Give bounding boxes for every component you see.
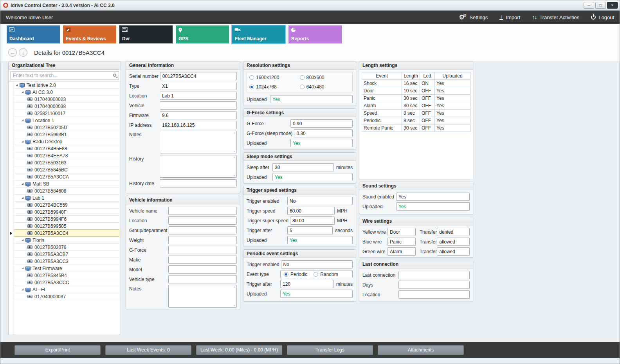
tree-device-00127b5a3cb7[interactable]: 00127B5A3CB7 — [14, 250, 119, 258]
tree-device-00127b584608[interactable]: 00127B584608 — [14, 187, 119, 195]
expand-arrow-icon[interactable] — [22, 183, 23, 185]
ip-address-input[interactable] — [160, 121, 237, 129]
tree-group-radu-desktop[interactable]: Radu Desktop — [14, 138, 119, 145]
uploaded-input[interactable] — [396, 202, 470, 211]
length-table-row[interactable]: Speed8 secOFFYes — [362, 110, 470, 117]
tree-device-017040000038[interactable]: 017040000038 — [14, 103, 119, 110]
tree-device-00127b5994f6[interactable]: 00127B5994F6 — [14, 215, 119, 223]
tab-reports[interactable]: Reports — [288, 25, 342, 43]
length-table-row[interactable]: Periodic8 secOFFYes — [362, 117, 470, 124]
sleep-after-input[interactable] — [272, 163, 334, 171]
tree-search-input[interactable] — [10, 71, 119, 80]
blue-wire-transfer-input[interactable] — [437, 238, 470, 246]
make-input[interactable] — [168, 256, 237, 264]
tree-group-ai-cc-3-0[interactable]: AI CC 3.0 — [14, 88, 119, 96]
trigger-after-input[interactable] — [287, 226, 333, 234]
history-textarea[interactable] — [160, 155, 237, 178]
uploaded-input[interactable] — [272, 173, 353, 181]
firmware-input[interactable] — [160, 111, 237, 119]
close-button[interactable]: × — [607, 2, 618, 9]
trigger-enabled-input[interactable] — [287, 197, 353, 205]
back-button[interactable]: ← — [8, 48, 17, 57]
type-input[interactable] — [160, 82, 237, 90]
uploaded-input[interactable] — [290, 139, 353, 147]
transfer-activities-button[interactable]: ↑↓Transfer Activities — [532, 14, 579, 20]
tab-gps[interactable]: GPS — [176, 25, 229, 43]
tree-device-00127b5845bc[interactable]: 00127B5845BC — [14, 166, 119, 173]
tree-group-test-idrive-2-0[interactable]: Test Idrive 2.0 — [14, 82, 119, 89]
history-date-input[interactable] — [160, 179, 237, 187]
length-table-row[interactable]: Alarm30 secOFFYes — [362, 102, 470, 110]
tree-device-00127b5a3ccc[interactable]: 00127B5A3CCC — [14, 279, 119, 286]
settings-button[interactable]: ⚙⚙Settings — [459, 14, 488, 21]
uploaded-input[interactable] — [280, 290, 353, 298]
group-department-input[interactable] — [169, 226, 237, 234]
model-input[interactable] — [168, 265, 237, 274]
tree-device-017040000037[interactable]: 017040000037 — [14, 293, 119, 300]
logout-button[interactable]: Logout — [591, 14, 614, 20]
resolution-option-1024x768[interactable]: 1024x768 — [249, 84, 294, 90]
scroll-down-button[interactable]: ↓ — [19, 48, 27, 57]
uploaded-input[interactable] — [287, 236, 353, 244]
tree-device-00127b5993b1[interactable]: 00127B5993B1 — [14, 131, 119, 138]
tree-device-00127b4b5f88[interactable]: 00127B4B5F88 — [14, 145, 119, 152]
random-radio-option[interactable]: Random — [314, 272, 338, 277]
periodic-radio-option[interactable]: Periodic — [284, 272, 307, 277]
import-button[interactable]: ↓Import — [499, 14, 520, 20]
tab-dvr[interactable]: Dvr — [119, 25, 173, 43]
tree-group-ai-fl[interactable]: AI - FL — [14, 286, 119, 293]
location-input[interactable] — [160, 92, 237, 100]
g-force-input[interactable] — [290, 119, 353, 128]
expand-arrow-icon[interactable] — [22, 288, 23, 290]
location-input[interactable] — [398, 290, 470, 299]
tree-device-00127b4bc559[interactable]: 00127B4BC559 — [14, 201, 119, 209]
vehicle-input[interactable] — [160, 101, 237, 110]
attachments-button[interactable]: Attachments — [378, 345, 464, 355]
tree-group-test-firmware[interactable]: Test Firmware — [14, 265, 119, 272]
length-table-row[interactable]: Panic30 secOFFYes — [362, 95, 470, 102]
expand-arrow-icon[interactable] — [16, 84, 18, 86]
tree-device-00127b50205d[interactable]: 00127B50205D — [14, 124, 119, 131]
expand-arrow-icon[interactable] — [22, 119, 23, 121]
last-week-button[interactable]: Last Week: 0.00 (Miles) - 0.00 (MPH) — [196, 345, 282, 355]
expand-arrow-icon[interactable] — [22, 197, 23, 199]
length-table-row[interactable]: Shock16 secONYes — [362, 80, 470, 87]
length-table-row[interactable]: Remote Panic30 secOFFYes — [362, 124, 470, 132]
tree-device-00127b503163[interactable]: 00127B503163 — [14, 159, 119, 166]
tree-device-00127b5a3cca[interactable]: 00127B5A3CCA — [14, 173, 119, 180]
notes-textarea[interactable] — [168, 285, 237, 308]
green-wire-input[interactable] — [388, 247, 416, 256]
serial-number-input[interactable] — [160, 72, 237, 80]
transfer-logs-button[interactable]: Transfer Logs — [287, 345, 373, 355]
vehicle-name-input[interactable] — [168, 207, 237, 215]
last-connection-input[interactable] — [398, 271, 470, 279]
expand-arrow-icon[interactable] — [22, 91, 23, 93]
vehicle-type-input[interactable] — [168, 275, 237, 283]
tree-group-matt-sb[interactable]: Matt SB — [14, 180, 119, 187]
expand-arrow-icon[interactable] — [22, 239, 23, 241]
resolution-option-1600x1200[interactable]: 1600x1200 — [249, 75, 294, 80]
tree-device-00127b599505[interactable]: 00127B599505 — [14, 222, 119, 230]
trigger-enabled-input[interactable] — [281, 260, 353, 268]
tab-fleet-manager[interactable]: Fleet Manager — [232, 25, 285, 43]
g-force-sleep-mode-input[interactable] — [294, 129, 353, 137]
tree-device-00127b502076[interactable]: 00127B502076 — [14, 243, 119, 251]
sound-enabled-input[interactable] — [396, 193, 470, 201]
tree-group-lab-1[interactable]: Lab 1 — [14, 194, 119, 202]
yellow-wire-input[interactable] — [388, 228, 416, 236]
tab-events-reviews[interactable]: Events & Reviews — [63, 25, 116, 43]
weight-input[interactable] — [168, 236, 237, 244]
trigger-speed-input[interactable] — [287, 207, 335, 215]
tree-device-00127b4eea78[interactable]: 00127B4EEA78 — [14, 152, 119, 159]
blue-wire-input[interactable] — [388, 238, 416, 246]
g-force-input[interactable] — [168, 246, 237, 254]
tree-device-00127b5845b4[interactable]: 00127B5845B4 — [14, 272, 119, 279]
export-print-button[interactable]: Export/Print — [14, 345, 101, 355]
notes-textarea[interactable] — [160, 131, 237, 153]
uploaded-input[interactable] — [270, 95, 353, 103]
minimize-button[interactable]: ─ — [584, 2, 594, 9]
length-table-row[interactable]: Door10 secOFFYes — [362, 87, 470, 95]
tree-group-florin[interactable]: Florin — [14, 236, 119, 244]
expand-arrow-icon[interactable] — [22, 141, 23, 142]
days-input[interactable] — [398, 281, 470, 289]
